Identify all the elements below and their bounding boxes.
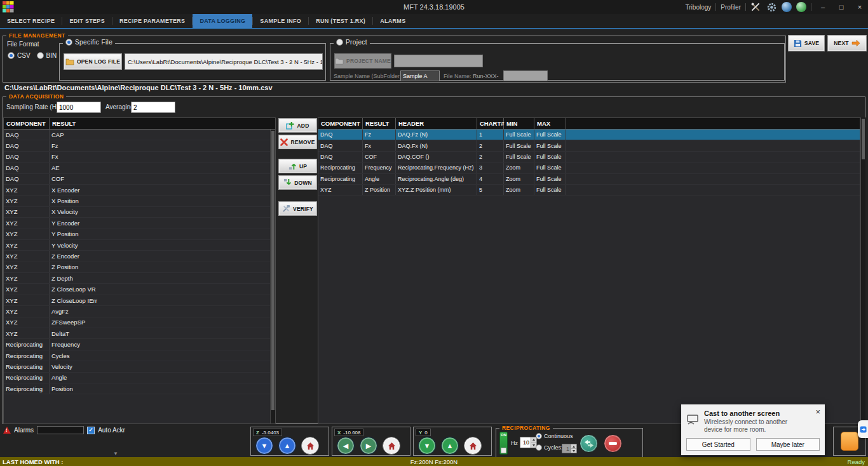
- table-row[interactable]: XYZZ Position: [4, 262, 275, 273]
- table-row[interactable]: ReciprocatingPosition: [4, 383, 275, 394]
- minimize-button[interactable]: –: [816, 3, 830, 11]
- table-row[interactable]: XYZZ PositionXYZ.Z Position (mm)5ZoomFul…: [318, 185, 860, 196]
- table-row[interactable]: ReciprocatingAngle: [4, 373, 275, 383]
- save-button[interactable]: SAVE: [788, 35, 825, 51]
- alarms-input[interactable]: [37, 426, 84, 434]
- cycles-radio[interactable]: Cycles:: [536, 444, 563, 451]
- scrollbar-thumb[interactable]: [271, 131, 275, 410]
- move-up-button[interactable]: UP: [278, 159, 317, 173]
- sample-name-input[interactable]: Sample A: [400, 70, 440, 81]
- column-header[interactable]: RESULT: [50, 118, 275, 129]
- maximize-button[interactable]: □: [834, 3, 848, 11]
- tab-data-logging[interactable]: DATA LOGGING: [193, 14, 252, 28]
- column-header[interactable]: COMPONENT: [318, 118, 363, 129]
- home-y-button[interactable]: [464, 437, 482, 455]
- tab-edit-steps[interactable]: EDIT STEPS: [62, 14, 112, 28]
- table-row[interactable]: ReciprocatingAngleReciprocating.Angle (d…: [318, 174, 860, 185]
- orange-action-button[interactable]: [841, 432, 858, 451]
- move-down-button[interactable]: DOWN: [278, 175, 317, 190]
- column-header[interactable]: HEADER: [396, 118, 477, 129]
- menu-profiler[interactable]: Profiler: [721, 4, 741, 11]
- jog-x-right-button[interactable]: ▶: [360, 437, 377, 455]
- column-header[interactable]: CHART#: [477, 118, 504, 129]
- menu-tribology[interactable]: Tribology: [686, 4, 712, 11]
- column-header[interactable]: RESULT: [363, 118, 396, 129]
- tab-select-recipe[interactable]: SELECT RECIPE: [0, 14, 62, 28]
- column-header[interactable]: MIN: [504, 118, 534, 129]
- tab-recipe-parameters[interactable]: RECIPE PARAMETERS: [112, 14, 192, 28]
- log-file-path-input[interactable]: C:\Users\LabRt\Documents\Alpine\Reciproq…: [125, 53, 323, 70]
- jog-x-left-button[interactable]: ◀: [337, 437, 355, 455]
- table-row[interactable]: ReciprocatingVelocity: [4, 361, 275, 372]
- tab-run[interactable]: RUN (TEST 1.RX): [309, 14, 372, 28]
- table-row[interactable]: ReciprocatingFrequency: [4, 339, 275, 350]
- sampling-rate-input[interactable]: [57, 102, 101, 113]
- stop-button[interactable]: [604, 434, 622, 453]
- right-table-scrollbar[interactable]: [860, 117, 865, 424]
- table-row[interactable]: DAQCOFDAQ.COF ()2Full ScaleFull Scale: [318, 152, 860, 163]
- table-row[interactable]: DAQCOF: [4, 174, 275, 185]
- table-cell: ZFSweepSP: [50, 317, 275, 328]
- reciprocate-run-button[interactable]: [580, 434, 598, 453]
- jog-y-down-button[interactable]: ▼: [418, 437, 436, 455]
- averaging-input[interactable]: [131, 102, 175, 113]
- table-row[interactable]: DAQAE: [4, 163, 275, 173]
- table-row[interactable]: XYZY Position: [4, 229, 275, 240]
- close-button[interactable]: ×: [853, 3, 867, 11]
- edge-sidebar-handle[interactable]: [858, 420, 868, 438]
- table-row[interactable]: ReciprocatingFrequencyReciprocating.Freq…: [318, 163, 860, 173]
- user-status-icon[interactable]: [796, 2, 806, 12]
- add-button[interactable]: ADD: [278, 118, 317, 133]
- tab-alarms[interactable]: ALARMS: [373, 14, 412, 28]
- remove-button[interactable]: REMOVE: [278, 135, 317, 149]
- reciprocating-on-toggle[interactable]: ON: [499, 432, 508, 455]
- auto-ack-checkbox[interactable]: [87, 427, 95, 434]
- table-row[interactable]: ReciprocatingCycles: [4, 350, 275, 361]
- table-row[interactable]: DAQFx: [4, 152, 275, 163]
- maybe-later-button[interactable]: Maybe later: [756, 438, 820, 451]
- tools-icon[interactable]: [750, 2, 762, 12]
- folder-icon: [335, 57, 344, 65]
- table-row[interactable]: XYZX Velocity: [4, 207, 275, 218]
- hz-spinner[interactable]: 10: [520, 437, 537, 448]
- table-row[interactable]: XYZDeltaT: [4, 328, 275, 339]
- tab-sample-info[interactable]: SAMPLE INFO: [253, 14, 308, 28]
- table-row[interactable]: DAQFxDAQ.Fx (N)2Full ScaleFull Scale: [318, 140, 860, 151]
- home-x-button[interactable]: [383, 437, 400, 455]
- specific-file-radio[interactable]: Specific File: [63, 39, 115, 46]
- open-log-file-button[interactable]: OPEN LOG FILE: [64, 53, 122, 70]
- continuous-radio[interactable]: Continuous: [536, 433, 573, 439]
- bin-radio[interactable]: BIN: [37, 52, 57, 59]
- table-row[interactable]: DAQFzDAQ.Fz (N)1Full ScaleFull Scale: [318, 130, 860, 140]
- table-row[interactable]: DAQFz: [4, 140, 275, 151]
- table-row[interactable]: XYZZ Encoder: [4, 251, 275, 262]
- table-row[interactable]: XYZY Velocity: [4, 240, 275, 251]
- csv-radio[interactable]: CSV: [8, 52, 31, 59]
- jog-z-up-button[interactable]: ▲: [278, 437, 296, 455]
- column-header[interactable]: COMPONENT: [4, 118, 50, 129]
- table-row[interactable]: XYZY Encoder: [4, 218, 275, 229]
- add-label: ADD: [297, 123, 309, 129]
- next-button[interactable]: NEXT: [827, 35, 867, 51]
- table-row[interactable]: XYZZFSweepSP: [4, 317, 275, 328]
- table-row[interactable]: DAQCAP: [4, 130, 275, 140]
- column-header[interactable]: MAX: [534, 118, 566, 129]
- scrollbar-thumb[interactable]: [862, 119, 865, 159]
- left-table-scrollbar[interactable]: [270, 130, 275, 423]
- table-row[interactable]: XYZZ CloseLoop VR: [4, 284, 275, 295]
- table-row[interactable]: XYZZ CloseLoop IErr: [4, 295, 275, 306]
- info-icon[interactable]: [782, 2, 792, 12]
- table-row[interactable]: XYZX Position: [4, 196, 275, 206]
- jog-y-up-button[interactable]: ▲: [441, 437, 459, 455]
- table-cell: Full Scale: [534, 174, 566, 184]
- project-radio[interactable]: Project: [334, 39, 370, 46]
- jog-z-down-button[interactable]: ▼: [255, 437, 273, 455]
- get-started-button[interactable]: Get Started: [686, 438, 750, 451]
- toast-close-icon[interactable]: ×: [815, 407, 820, 416]
- table-row[interactable]: XYZZ Depth: [4, 273, 275, 284]
- home-z-button[interactable]: [301, 437, 319, 455]
- verify-button[interactable]: VERIFY: [278, 201, 317, 216]
- settings-gear-icon[interactable]: [766, 2, 777, 13]
- table-row[interactable]: XYZX Encoder: [4, 185, 275, 196]
- table-row[interactable]: XYZAvgFz: [4, 306, 275, 317]
